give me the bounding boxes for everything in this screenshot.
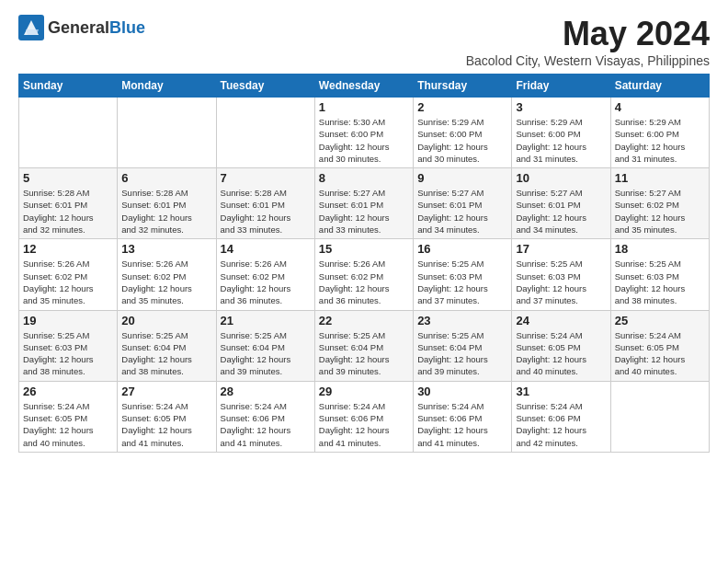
day-number: 19 [23, 314, 113, 327]
day-info: Sunrise: 5:27 AM Sunset: 6:01 PM Dayligh… [319, 187, 409, 236]
calendar-day-cell: 22Sunrise: 5:25 AM Sunset: 6:04 PM Dayli… [314, 310, 413, 381]
calendar-day-cell: 8Sunrise: 5:27 AM Sunset: 6:01 PM Daylig… [314, 168, 413, 239]
day-number: 13 [121, 242, 211, 256]
calendar-day-cell: 17Sunrise: 5:25 AM Sunset: 6:03 PM Dayli… [512, 239, 610, 310]
day-number: 6 [121, 171, 211, 185]
day-number: 31 [516, 385, 606, 398]
day-info: Sunrise: 5:26 AM Sunset: 6:02 PM Dayligh… [121, 258, 211, 306]
calendar-day-cell [118, 98, 216, 168]
calendar-day-cell: 26Sunrise: 5:24 AM Sunset: 6:05 PM Dayli… [19, 381, 118, 452]
calendar-day-cell: 19Sunrise: 5:25 AM Sunset: 6:03 PM Dayli… [19, 310, 118, 381]
day-number: 8 [319, 171, 409, 185]
calendar-day-cell: 7Sunrise: 5:28 AM Sunset: 6:01 PM Daylig… [216, 168, 314, 239]
day-number: 26 [23, 385, 113, 398]
calendar-day-cell: 12Sunrise: 5:26 AM Sunset: 6:02 PM Dayli… [19, 239, 118, 310]
day-info: Sunrise: 5:24 AM Sunset: 6:06 PM Dayligh… [221, 400, 311, 449]
day-info: Sunrise: 5:25 AM Sunset: 6:03 PM Dayligh… [417, 258, 507, 306]
day-info: Sunrise: 5:26 AM Sunset: 6:02 PM Dayligh… [319, 258, 409, 306]
day-info: Sunrise: 5:29 AM Sunset: 6:00 PM Dayligh… [516, 116, 606, 165]
day-number: 12 [23, 242, 113, 256]
calendar-day-cell: 11Sunrise: 5:27 AM Sunset: 6:02 PM Dayli… [610, 168, 709, 239]
day-info: Sunrise: 5:24 AM Sunset: 6:06 PM Dayligh… [417, 400, 507, 449]
day-info: Sunrise: 5:24 AM Sunset: 6:06 PM Dayligh… [516, 400, 606, 449]
calendar-day-cell: 30Sunrise: 5:24 AM Sunset: 6:06 PM Dayli… [414, 381, 512, 452]
day-number: 10 [516, 171, 606, 185]
day-info: Sunrise: 5:29 AM Sunset: 6:00 PM Dayligh… [417, 116, 507, 165]
weekday-header-cell: Monday [118, 75, 216, 98]
day-info: Sunrise: 5:25 AM Sunset: 6:04 PM Dayligh… [319, 329, 409, 378]
day-number: 16 [417, 242, 507, 256]
calendar-week-row: 5Sunrise: 5:28 AM Sunset: 6:01 PM Daylig… [19, 168, 710, 239]
day-info: Sunrise: 5:29 AM Sunset: 6:00 PM Dayligh… [615, 116, 705, 165]
weekday-header-cell: Sunday [19, 75, 118, 98]
day-number: 24 [516, 314, 606, 327]
day-number: 9 [417, 171, 507, 185]
logo-blue: Blue [109, 18, 145, 37]
calendar-day-cell: 9Sunrise: 5:27 AM Sunset: 6:01 PM Daylig… [414, 168, 512, 239]
calendar-week-row: 12Sunrise: 5:26 AM Sunset: 6:02 PM Dayli… [19, 239, 710, 310]
calendar-day-cell [610, 381, 709, 452]
weekday-header-cell: Wednesday [314, 75, 413, 98]
day-info: Sunrise: 5:24 AM Sunset: 6:05 PM Dayligh… [23, 400, 113, 449]
day-number: 3 [516, 100, 606, 114]
day-number: 1 [319, 100, 409, 114]
page-header: GeneralBlue May 2024 Bacolod City, Weste… [18, 15, 710, 68]
day-number: 14 [221, 242, 311, 256]
day-info: Sunrise: 5:25 AM Sunset: 6:04 PM Dayligh… [121, 329, 211, 378]
title-area: May 2024 Bacolod City, Western Visayas, … [466, 15, 710, 68]
calendar-day-cell: 23Sunrise: 5:25 AM Sunset: 6:04 PM Dayli… [414, 310, 512, 381]
calendar-day-cell: 31Sunrise: 5:24 AM Sunset: 6:06 PM Dayli… [512, 381, 610, 452]
calendar-day-cell: 3Sunrise: 5:29 AM Sunset: 6:00 PM Daylig… [512, 98, 610, 168]
day-info: Sunrise: 5:25 AM Sunset: 6:03 PM Dayligh… [516, 258, 606, 306]
day-info: Sunrise: 5:26 AM Sunset: 6:02 PM Dayligh… [221, 258, 311, 306]
calendar-table: SundayMondayTuesdayWednesdayThursdayFrid… [18, 74, 710, 453]
day-number: 27 [121, 385, 211, 398]
day-info: Sunrise: 5:28 AM Sunset: 6:01 PM Dayligh… [221, 187, 311, 236]
calendar-day-cell: 21Sunrise: 5:25 AM Sunset: 6:04 PM Dayli… [216, 310, 314, 381]
calendar-day-cell: 4Sunrise: 5:29 AM Sunset: 6:00 PM Daylig… [610, 98, 709, 168]
calendar-day-cell: 18Sunrise: 5:25 AM Sunset: 6:03 PM Dayli… [610, 239, 709, 310]
calendar-day-cell: 2Sunrise: 5:29 AM Sunset: 6:00 PM Daylig… [414, 98, 512, 168]
day-number: 2 [417, 100, 507, 114]
calendar-day-cell: 15Sunrise: 5:26 AM Sunset: 6:02 PM Dayli… [314, 239, 413, 310]
calendar-day-cell: 1Sunrise: 5:30 AM Sunset: 6:00 PM Daylig… [314, 98, 413, 168]
calendar-day-cell: 24Sunrise: 5:24 AM Sunset: 6:05 PM Dayli… [512, 310, 610, 381]
day-number: 7 [221, 171, 311, 185]
weekday-header-row: SundayMondayTuesdayWednesdayThursdayFrid… [19, 75, 710, 98]
calendar-day-cell: 10Sunrise: 5:27 AM Sunset: 6:01 PM Dayli… [512, 168, 610, 239]
day-info: Sunrise: 5:27 AM Sunset: 6:02 PM Dayligh… [615, 187, 705, 236]
calendar-day-cell: 6Sunrise: 5:28 AM Sunset: 6:01 PM Daylig… [118, 168, 216, 239]
day-number: 18 [615, 242, 705, 256]
day-info: Sunrise: 5:25 AM Sunset: 6:03 PM Dayligh… [23, 329, 113, 378]
day-number: 23 [417, 314, 507, 327]
calendar-day-cell: 29Sunrise: 5:24 AM Sunset: 6:06 PM Dayli… [314, 381, 413, 452]
calendar-week-row: 1Sunrise: 5:30 AM Sunset: 6:00 PM Daylig… [19, 98, 710, 168]
day-info: Sunrise: 5:24 AM Sunset: 6:05 PM Dayligh… [615, 329, 705, 378]
calendar-day-cell: 5Sunrise: 5:28 AM Sunset: 6:01 PM Daylig… [19, 168, 118, 239]
day-number: 17 [516, 242, 606, 256]
day-info: Sunrise: 5:24 AM Sunset: 6:05 PM Dayligh… [516, 329, 606, 378]
day-number: 29 [319, 385, 409, 398]
day-info: Sunrise: 5:27 AM Sunset: 6:01 PM Dayligh… [516, 187, 606, 236]
day-number: 28 [221, 385, 311, 398]
logo: GeneralBlue [18, 15, 145, 40]
day-info: Sunrise: 5:24 AM Sunset: 6:06 PM Dayligh… [319, 400, 409, 449]
day-number: 22 [319, 314, 409, 327]
weekday-header-cell: Thursday [414, 75, 512, 98]
day-info: Sunrise: 5:28 AM Sunset: 6:01 PM Dayligh… [23, 187, 113, 236]
weekday-header-cell: Tuesday [216, 75, 314, 98]
calendar-day-cell: 27Sunrise: 5:24 AM Sunset: 6:05 PM Dayli… [118, 381, 216, 452]
calendar-day-cell: 28Sunrise: 5:24 AM Sunset: 6:06 PM Dayli… [216, 381, 314, 452]
month-title: May 2024 [466, 15, 710, 53]
day-info: Sunrise: 5:27 AM Sunset: 6:01 PM Dayligh… [417, 187, 507, 236]
calendar-day-cell: 14Sunrise: 5:26 AM Sunset: 6:02 PM Dayli… [216, 239, 314, 310]
location-subtitle: Bacolod City, Western Visayas, Philippin… [466, 53, 710, 68]
day-info: Sunrise: 5:25 AM Sunset: 6:04 PM Dayligh… [221, 329, 311, 378]
day-info: Sunrise: 5:26 AM Sunset: 6:02 PM Dayligh… [23, 258, 113, 306]
calendar-day-cell [19, 98, 118, 168]
day-info: Sunrise: 5:25 AM Sunset: 6:03 PM Dayligh… [615, 258, 705, 306]
weekday-header-cell: Friday [512, 75, 610, 98]
day-info: Sunrise: 5:30 AM Sunset: 6:00 PM Dayligh… [319, 116, 409, 165]
day-number: 15 [319, 242, 409, 256]
day-number: 25 [615, 314, 705, 327]
